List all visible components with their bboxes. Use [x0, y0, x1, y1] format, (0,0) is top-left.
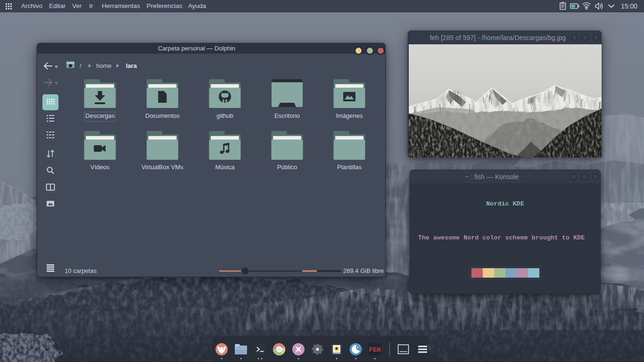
svg-text:Plantillas: Plantillas [337, 164, 362, 171]
svg-text:Imágenes: Imágenes [336, 112, 363, 119]
svg-text:Descargas: Descargas [85, 112, 115, 119]
svg-text:Documentos: Documentos [145, 112, 180, 119]
svg-text:FEH: FEH [369, 346, 380, 354]
svg-text:/: / [80, 62, 82, 69]
svg-text:Público: Público [277, 164, 297, 171]
svg-text:Escritorio: Escritorio [274, 112, 300, 119]
svg-text:Música: Música [215, 164, 235, 171]
svg-text:10 carpetas: 10 carpetas [65, 267, 97, 274]
svg-text:Vídeos: Vídeos [91, 164, 110, 171]
svg-text:lara: lara [126, 62, 137, 69]
svg-text:github: github [216, 112, 233, 119]
svg-text:home: home [96, 62, 112, 69]
svg-text:269.4 GiB libre: 269.4 GiB libre [343, 267, 384, 274]
svg-text:VirtualBox VMs: VirtualBox VMs [141, 164, 183, 171]
